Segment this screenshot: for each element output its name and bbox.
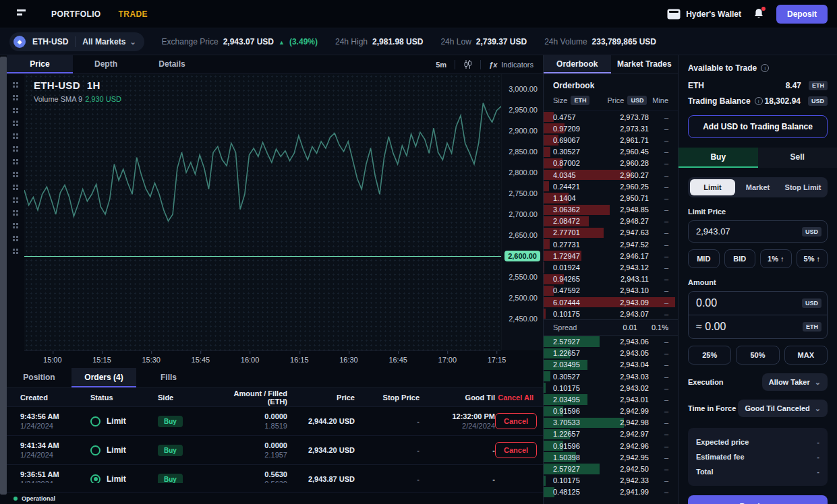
- price-chart[interactable]: ETH-USD1H Volume SMA 92,930 USD 3,000.00…: [7, 74, 543, 350]
- bid-row[interactable]: 0.101752,943.02–: [544, 382, 678, 393]
- deposit-button[interactable]: Deposit: [776, 5, 828, 24]
- tool-handle-icon[interactable]: [13, 223, 19, 229]
- add-usd-button[interactable]: Add USD to Trading Balance: [688, 115, 828, 138]
- cancel-all-button[interactable]: Cancel All: [495, 393, 533, 402]
- price-level-line[interactable]: [24, 256, 501, 257]
- ask-row[interactable]: 6.074442,943.09–: [544, 296, 678, 308]
- ask-row[interactable]: 0.47572,973.78–: [544, 111, 678, 123]
- tab-price[interactable]: Price: [7, 55, 73, 73]
- bid-row[interactable]: 2.579272,943.06–: [544, 336, 678, 347]
- tool-handle-icon[interactable]: [13, 172, 19, 178]
- ask-row[interactable]: 0.475922,943.10–: [544, 285, 678, 296]
- tool-handle-icon[interactable]: [13, 249, 19, 255]
- ask-row[interactable]: 1.14042,950.71–: [544, 192, 678, 203]
- tool-handle-icon[interactable]: [13, 146, 19, 152]
- info-icon[interactable]: i: [761, 64, 769, 72]
- tab-fills[interactable]: Fills: [136, 368, 201, 387]
- amount-usd-input[interactable]: 0.00 USD: [689, 292, 827, 315]
- ask-row[interactable]: 0.942652,943.11–: [544, 274, 678, 285]
- bid-row[interactable]: 0.305272,943.03–: [544, 371, 678, 382]
- tab-depth[interactable]: Depth: [73, 55, 139, 73]
- ask-row[interactable]: 2.084722,948.27–: [544, 216, 678, 227]
- ask-row[interactable]: 0.972092,973.31–: [544, 123, 678, 134]
- nav-trade[interactable]: TRADE: [119, 9, 148, 19]
- order-type-stop-limit[interactable]: Stop Limit: [780, 179, 826, 195]
- order-type-market[interactable]: Market: [735, 179, 780, 195]
- amount-shortcut-1[interactable]: 25%: [688, 346, 731, 365]
- ask-row[interactable]: 1.729472,946.17–: [544, 250, 678, 261]
- notifications-button[interactable]: [753, 8, 764, 20]
- tab-orders-4-[interactable]: Orders (4): [71, 368, 136, 387]
- bids-list: 2.579272,943.06–1.226572,943.05–2.034952…: [544, 336, 678, 498]
- wallet-selector[interactable]: Hyder's Wallet: [667, 9, 741, 20]
- bid-row[interactable]: 1.226572,942.97–: [544, 429, 678, 440]
- limit-price-input[interactable]: 2,943.07 USD: [688, 220, 828, 243]
- price-shortcut-4[interactable]: 5% ↑: [797, 249, 828, 268]
- left-resize-strip[interactable]: [0, 57, 7, 495]
- tool-handle-icon[interactable]: [13, 82, 19, 88]
- bid-row[interactable]: 1.226572,943.05–: [544, 348, 678, 359]
- timeframe-button[interactable]: 5m: [436, 61, 446, 69]
- bid-row[interactable]: 2.579272,942.50–: [544, 463, 678, 474]
- tool-handle-icon[interactable]: [13, 236, 19, 242]
- execution-dropdown[interactable]: Allow Taker⌄: [762, 373, 828, 391]
- tab-orderbook[interactable]: Orderbook: [544, 55, 611, 73]
- price-cell: 2,934.20 USD: [287, 446, 355, 454]
- tab-position[interactable]: Position: [7, 368, 71, 387]
- brand-logo[interactable]: [9, 5, 32, 23]
- candles-icon[interactable]: [463, 60, 472, 69]
- price-shortcut-1[interactable]: MID: [688, 249, 720, 268]
- amount-eth-input[interactable]: ≈ 0.00 ETH: [689, 315, 827, 338]
- tool-handle-icon[interactable]: [13, 133, 19, 139]
- tool-handle-icon[interactable]: [13, 108, 19, 114]
- tab-buy[interactable]: Buy: [679, 148, 758, 168]
- tool-handle-icon[interactable]: [13, 185, 19, 191]
- bid-row[interactable]: 2.034952,943.01–: [544, 393, 678, 405]
- all-markets-dropdown[interactable]: All Markets⌄: [82, 37, 136, 46]
- time-in-force-dropdown[interactable]: Good Til Canceled⌄: [738, 400, 828, 417]
- ask-row[interactable]: 0.244212,960.25–: [544, 181, 678, 192]
- x-axis[interactable]: 15:0015:1515:3015:4516:0016:1516:3016:45…: [24, 350, 501, 368]
- bid-row[interactable]: 1.503982,942.95–: [544, 451, 678, 463]
- purchase-button[interactable]: Purchase: [688, 495, 828, 504]
- bid-row[interactable]: 0.915962,942.99–: [544, 406, 678, 417]
- price-level-tag[interactable]: 2,600.00: [504, 251, 540, 261]
- tool-handle-icon[interactable]: [13, 121, 19, 127]
- tool-handle-icon[interactable]: [13, 159, 19, 165]
- indicators-button[interactable]: ƒx Indicators: [489, 61, 533, 69]
- ask-row[interactable]: 0.277312,947.52–: [544, 239, 678, 250]
- tool-handle-icon[interactable]: [13, 210, 19, 216]
- y-axis[interactable]: 3,000.002,950.002,900.002,850.002,800.00…: [501, 74, 543, 350]
- ask-row[interactable]: 2.777012,947.63–: [544, 227, 678, 239]
- pair-selector[interactable]: ◆ ETH-USD All Markets⌄: [9, 32, 144, 51]
- info-icon[interactable]: i: [755, 97, 763, 105]
- price-shortcut-3[interactable]: 1% ↑: [760, 249, 792, 268]
- bid-row[interactable]: 0.915962,942.96–: [544, 440, 678, 451]
- ask-row[interactable]: 0.870022,960.28–: [544, 158, 678, 169]
- bid-row[interactable]: 3.705332,942.98–: [544, 417, 678, 429]
- tool-handle-icon[interactable]: [13, 197, 19, 203]
- tab-sell[interactable]: Sell: [758, 148, 837, 168]
- bid-row[interactable]: 0.101752,942.33–: [544, 475, 678, 486]
- tool-handle-icon[interactable]: [13, 95, 19, 101]
- ask-row[interactable]: 0.690672,961.71–: [544, 134, 678, 146]
- ask-row[interactable]: 4.03452,960.27–: [544, 169, 678, 181]
- amount-shortcut-3[interactable]: MAX: [784, 346, 828, 365]
- order-type-limit[interactable]: Limit: [690, 179, 735, 195]
- price-shortcut-2[interactable]: BID: [724, 249, 756, 268]
- nav-portfolio[interactable]: PORTFOLIO: [51, 9, 101, 19]
- ask-row[interactable]: 0.305272,960.45–: [544, 146, 678, 158]
- tab-details[interactable]: Details: [139, 55, 205, 73]
- ask-row[interactable]: 0.101752,943.07–: [544, 308, 678, 319]
- bid-row[interactable]: 0.481252,941.99–: [544, 486, 678, 498]
- ask-row[interactable]: 0.019242,943.12–: [544, 261, 678, 273]
- bid-row[interactable]: 2.034952,943.04–: [544, 359, 678, 371]
- ask-row[interactable]: 3.063622,948.85–: [544, 204, 678, 216]
- mine-indicator: –: [664, 113, 668, 121]
- cancel-order-button[interactable]: Cancel: [495, 413, 537, 429]
- cancel-order-button[interactable]: Cancel: [495, 442, 537, 458]
- tab-market-trades[interactable]: Market Trades: [611, 55, 679, 73]
- chart-plot[interactable]: ETH-USD1H Volume SMA 92,930 USD: [24, 74, 501, 350]
- amount-shortcut-2[interactable]: 50%: [736, 346, 779, 365]
- order-size: 0.47592: [553, 286, 602, 294]
